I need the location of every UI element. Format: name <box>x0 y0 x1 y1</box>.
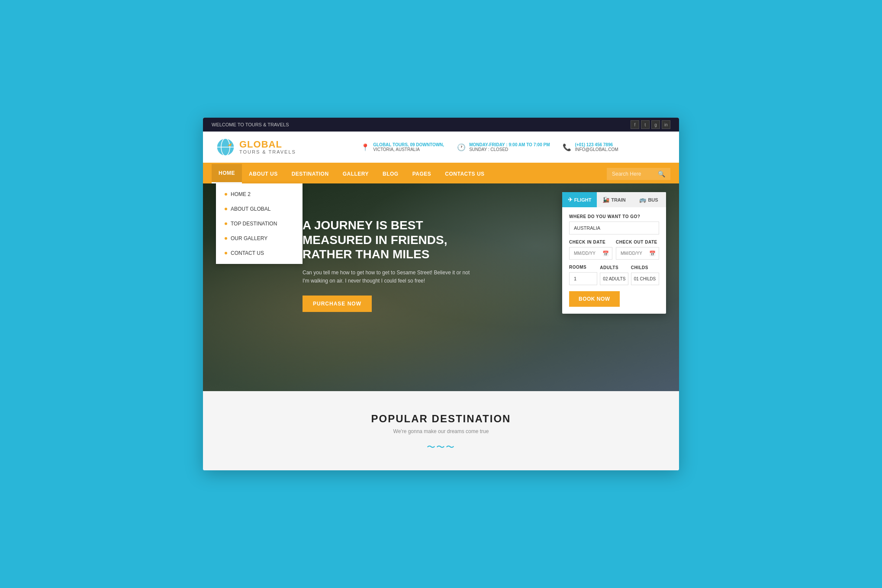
dropdown-contact[interactable]: CONTACT US <box>216 246 303 260</box>
dropdown-top-dest[interactable]: TOP DESTINATION <box>216 216 303 231</box>
checkin-calendar-icon: 📅 <box>602 251 609 257</box>
childs-label: CHILDS <box>631 265 659 270</box>
logo-text: GLOBAL TOURS & TRAVELS <box>239 140 296 154</box>
dropdown-label: TOP DESTINATION <box>231 221 277 227</box>
booking-widget: ✈ FLIGHT 🚂 TRAIN 🚌 BUS WHERE DO YOU WANT… <box>562 192 666 314</box>
nav-contacts[interactable]: CONTACTS US <box>438 165 491 183</box>
popular-subtitle: We're gonna make our dreams come true <box>216 428 666 434</box>
childs-select[interactable]: 01 CHILDS 02 CHILDS 03 CHILDS <box>631 273 659 285</box>
rooms-row: ROOMS ADULTS 02 ADULTS 01 ADULT 03 ADULT… <box>569 265 659 285</box>
dropdown-gallery[interactable]: OUR GALLERY <box>216 231 303 246</box>
hours-title: MONDAY-FRIDAY : 9:00 AM TO 7:00 PM <box>469 142 550 147</box>
phone-title: (+01) 123 456 7896 <box>575 142 618 147</box>
tab-train-label: TRAIN <box>611 197 626 202</box>
logo-brand: GLOBAL <box>239 140 296 149</box>
popular-section: POPULAR DESTINATION We're gonna make our… <box>203 391 679 470</box>
destination-select[interactable]: AUSTRALIA EUROPE ASIA AMERICA AFRICA <box>569 222 659 235</box>
adults-label: ADULTS <box>600 265 628 270</box>
train-icon: 🚂 <box>602 196 609 203</box>
hero-section: HOME 2 ABOUT GLOBAL TOP DESTINATION OUR … <box>203 183 679 391</box>
adults-col: ADULTS 02 ADULTS 01 ADULT 03 ADULTS <box>600 265 628 285</box>
clock-icon: 🕐 <box>457 143 466 151</box>
email-detail: INFO@GLOBAL.COM <box>575 147 618 152</box>
hero-content: A JOURNEY IS BEST MEASURED IN FRIENDS, R… <box>303 218 476 312</box>
checkin-wrapper: 📅 <box>569 247 612 260</box>
checkout-wrapper: 📅 <box>616 247 659 260</box>
nav-blog[interactable]: BLOG <box>376 165 406 183</box>
tab-flight[interactable]: ✈ FLIGHT <box>562 192 597 207</box>
section-divider: 〜〜〜 <box>216 441 666 453</box>
header: GLOBAL TOURS & TRAVELS 📍 GLOBAL TOURS, 0… <box>203 132 679 164</box>
checkin-col: CHECK IN DATE 📅 <box>569 240 612 260</box>
dropdown-label: OUR GALLERY <box>231 235 267 241</box>
dropdown-dot <box>225 208 227 210</box>
dropdown-label: HOME 2 <box>231 191 251 197</box>
destination-label: WHERE DO YOU WANT TO GO? <box>569 214 659 219</box>
dropdown-menu: HOME 2 ABOUT GLOBAL TOP DESTINATION OUR … <box>216 183 303 264</box>
checkout-calendar-icon: 📅 <box>649 251 656 257</box>
rooms-label: ROOMS <box>569 265 597 270</box>
google-icon[interactable]: g <box>651 120 660 129</box>
logo-icon <box>216 138 235 157</box>
browser-window: WELCOME TO TOURS & TRAVELS f t g in GLOB… <box>203 118 679 470</box>
twitter-icon[interactable]: t <box>641 120 650 129</box>
location-icon: 📍 <box>361 143 370 151</box>
booking-form: WHERE DO YOU WANT TO GO? AUSTRALIA EUROP… <box>562 207 666 314</box>
hours-detail: SUNDAY : CLOSED <box>469 147 550 152</box>
nav-bar: HOME ABOUT US DESTINATION GALLERY BLOG P… <box>203 164 679 183</box>
tab-bus[interactable]: 🚌 BUS <box>631 192 666 207</box>
logo-tagline: TOURS & TRAVELS <box>239 149 296 154</box>
welcome-text: WELCOME TO TOURS & TRAVELS <box>212 122 289 127</box>
header-hours: 🕐 MONDAY-FRIDAY : 9:00 AM TO 7:00 PM SUN… <box>457 142 550 152</box>
checkout-col: CHECK OUT DATE 📅 <box>616 240 659 260</box>
location-detail: VICTORIA, AUSTRALIA <box>373 147 444 152</box>
header-location: 📍 GLOBAL TOURS, 09 DOWNTOWN, VICTORIA, A… <box>361 142 444 152</box>
hero-title: A JOURNEY IS BEST MEASURED IN FRIENDS, R… <box>303 218 476 262</box>
nav-gallery[interactable]: GALLERY <box>336 165 376 183</box>
header-info: 📍 GLOBAL TOURS, 09 DOWNTOWN, VICTORIA, A… <box>313 142 666 152</box>
rooms-col: ROOMS <box>569 265 597 285</box>
dropdown-dot <box>225 193 227 196</box>
dropdown-dot <box>225 222 227 225</box>
phone-icon: 📞 <box>563 143 571 151</box>
dates-row: CHECK IN DATE 📅 CHECK OUT DATE 📅 <box>569 240 659 260</box>
dropdown-dot <box>225 237 227 240</box>
divider-wave-icon: 〜〜〜 <box>427 441 455 453</box>
location-title: GLOBAL TOURS, 09 DOWNTOWN, <box>373 142 444 147</box>
tab-train[interactable]: 🚂 TRAIN <box>597 192 631 207</box>
nav-search-area[interactable]: 🔍 <box>607 168 670 180</box>
hero-subtitle: Can you tell me how to get how to get to… <box>303 269 476 285</box>
popular-title: POPULAR DESTINATION <box>216 413 666 425</box>
flight-icon: ✈ <box>568 196 573 203</box>
nav-pages[interactable]: PAGES <box>406 165 438 183</box>
childs-col: CHILDS 01 CHILDS 02 CHILDS 03 CHILDS <box>631 265 659 285</box>
nav-home[interactable]: HOME <box>212 164 242 183</box>
purchase-button[interactable]: PURCHASE NOW <box>303 296 372 312</box>
nav-about[interactable]: ABOUT US <box>242 165 285 183</box>
rooms-input[interactable] <box>569 272 597 285</box>
tab-bus-label: BUS <box>648 197 658 202</box>
dropdown-label: ABOUT GLOBAL <box>231 206 270 212</box>
social-icons: f t g in <box>631 120 670 129</box>
booking-tabs: ✈ FLIGHT 🚂 TRAIN 🚌 BUS <box>562 192 666 207</box>
facebook-icon[interactable]: f <box>631 120 639 129</box>
dropdown-dot <box>225 252 227 254</box>
book-now-button[interactable]: BOOK NOW <box>569 291 620 307</box>
linkedin-icon[interactable]: in <box>662 120 670 129</box>
search-input[interactable] <box>612 171 655 177</box>
top-bar: WELCOME TO TOURS & TRAVELS f t g in <box>203 118 679 132</box>
dropdown-about-global[interactable]: ABOUT GLOBAL <box>216 202 303 216</box>
dropdown-label: CONTACT US <box>231 250 264 256</box>
search-icon[interactable]: 🔍 <box>658 170 665 177</box>
logo-area: GLOBAL TOURS & TRAVELS <box>216 138 296 157</box>
dropdown-home2[interactable]: HOME 2 <box>216 187 303 202</box>
adults-select[interactable]: 02 ADULTS 01 ADULT 03 ADULTS <box>600 273 628 285</box>
checkin-label: CHECK IN DATE <box>569 240 612 244</box>
tab-flight-label: FLIGHT <box>574 197 592 202</box>
bus-icon: 🚌 <box>639 196 646 203</box>
header-contact: 📞 (+01) 123 456 7896 INFO@GLOBAL.COM <box>563 142 618 152</box>
checkout-label: CHECK OUT DATE <box>616 240 659 244</box>
nav-destination[interactable]: DESTINATION <box>285 165 336 183</box>
